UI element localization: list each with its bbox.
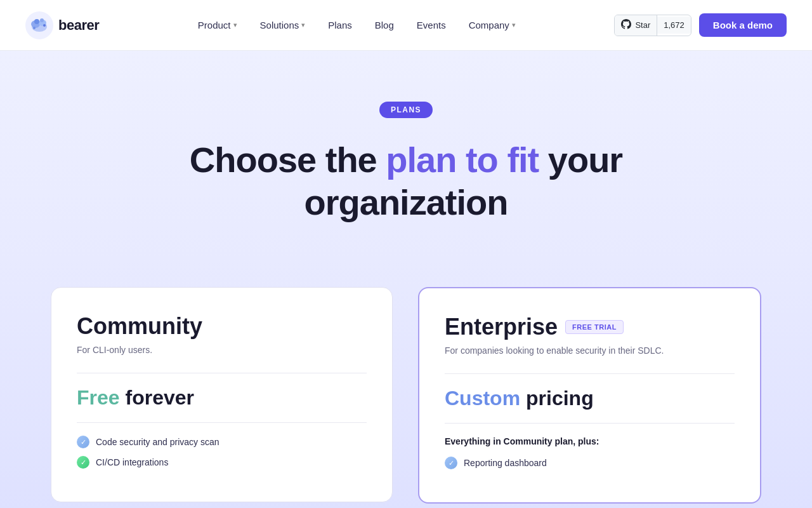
- free-trial-badge: FREE TRIAL: [565, 320, 624, 334]
- feature-item: ✓ Code security and privacy scan: [77, 436, 367, 448]
- features-label: Everything in Community plan, plus:: [445, 436, 735, 446]
- check-icon: ✓: [77, 436, 89, 448]
- navbar: bearer Product ▾ Solutions ▾ Plans Blog …: [0, 0, 812, 51]
- divider: [445, 373, 735, 374]
- svg-point-6: [43, 24, 46, 27]
- nav-blog[interactable]: Blog: [366, 15, 403, 36]
- svg-point-4: [34, 19, 39, 24]
- star-count: 1,672: [657, 17, 691, 34]
- chevron-down-icon: ▾: [512, 21, 516, 29]
- svg-point-7: [33, 27, 36, 29]
- community-card: Community For CLI-only users. Free forev…: [51, 287, 393, 502]
- book-demo-button[interactable]: Book a demo: [699, 13, 787, 37]
- plans-badge: PLANS: [379, 102, 433, 118]
- nav-solutions[interactable]: Solutions ▾: [251, 15, 315, 36]
- check-icon: ✓: [445, 457, 457, 469]
- nav-plans[interactable]: Plans: [319, 15, 361, 36]
- feature-item: ✓ Reporting dashboard: [445, 457, 735, 469]
- logo-link[interactable]: bearer: [25, 11, 99, 39]
- github-icon: [621, 19, 631, 32]
- divider: [445, 423, 735, 424]
- nav-links: Product ▾ Solutions ▾ Plans Blog Events …: [189, 15, 525, 36]
- chevron-down-icon: ▾: [233, 21, 237, 29]
- github-star-widget[interactable]: Star 1,672: [614, 15, 691, 36]
- community-title: Community: [77, 313, 367, 340]
- pricing-section: Community For CLI-only users. Free forev…: [0, 262, 812, 508]
- divider: [77, 373, 367, 373]
- divider: [77, 422, 367, 423]
- feature-item: ✓ CI/CD integrations: [77, 456, 367, 469]
- nav-product[interactable]: Product ▾: [189, 15, 246, 36]
- chevron-down-icon: ▾: [301, 21, 305, 29]
- community-price: Free forever: [77, 386, 367, 410]
- enterprise-price: Custom pricing: [445, 387, 735, 410]
- star-label: Star: [635, 20, 650, 30]
- nav-actions: Star 1,672 Book a demo: [614, 13, 787, 37]
- enterprise-card: Enterprise FREE TRIAL For companies look…: [418, 287, 761, 504]
- community-subtitle: For CLI-only users.: [77, 345, 367, 355]
- logo-icon: [25, 11, 53, 39]
- nav-events[interactable]: Events: [408, 15, 455, 36]
- github-star-button[interactable]: Star: [615, 15, 657, 36]
- enterprise-title: Enterprise FREE TRIAL: [445, 314, 735, 340]
- check-icon: ✓: [77, 456, 89, 469]
- svg-point-5: [40, 18, 44, 22]
- hero-section: PLANS Choose the plan to fit your organi…: [0, 51, 812, 262]
- nav-company[interactable]: Company ▾: [460, 15, 525, 36]
- logo-text: bearer: [58, 17, 99, 34]
- enterprise-subtitle: For companies looking to enable security…: [445, 345, 735, 356]
- hero-heading: Choose the plan to fit your organization: [152, 138, 660, 224]
